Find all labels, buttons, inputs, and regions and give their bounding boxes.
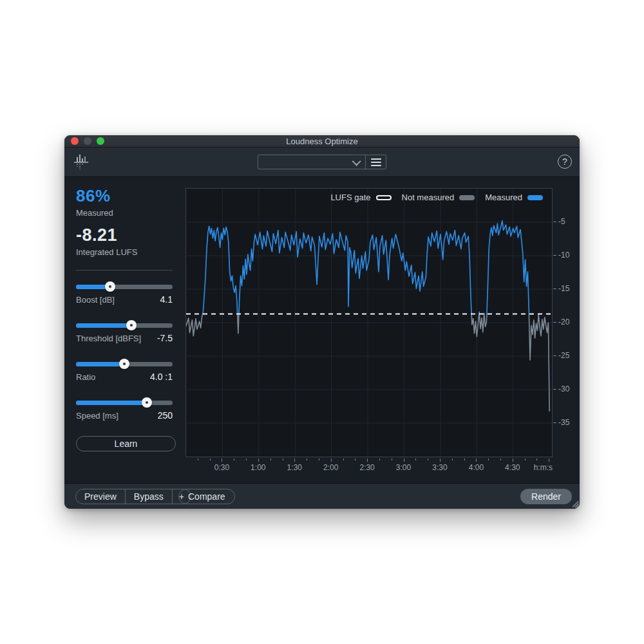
preset-dropdown[interactable] [258, 155, 365, 169]
x-tick [476, 459, 477, 462]
preset-control [258, 155, 386, 169]
legend-measured: Measured [485, 193, 543, 202]
speed-value: 250 [158, 410, 173, 421]
x-tick [392, 459, 392, 460]
x-tick-label: 0:30 [214, 463, 229, 472]
render-button[interactable]: Render [520, 489, 572, 504]
x-tick [234, 459, 234, 460]
x-tick [367, 459, 368, 462]
x-tick [488, 459, 489, 460]
boost-value: 4.1 [160, 294, 173, 305]
x-tick [513, 459, 513, 462]
zoom-button[interactable] [97, 137, 104, 145]
slider-thumb[interactable] [142, 397, 152, 408]
threshold-label: Threshold [dBFS] [76, 334, 141, 343]
preset-menu-button[interactable] [365, 155, 386, 169]
x-tick [500, 459, 501, 460]
x-tick [198, 459, 198, 460]
y-axis-labels: -5-10-15-20-25-30-35 [553, 188, 575, 457]
window-body: 86% Measured -8.21 Integrated LUFS Boost… [64, 177, 580, 483]
slider-thumb[interactable] [105, 281, 115, 292]
x-tick [222, 459, 222, 462]
footer-bar: Preview Bypass + Compare Render [64, 483, 580, 509]
x-tick-label: 2:30 [359, 463, 374, 472]
loudness-plot: LUFS gate Not measured Measured [185, 188, 553, 457]
x-tick-label: 3:30 [432, 463, 447, 472]
chart-area: LUFS gate Not measured Measured -5 [185, 188, 574, 475]
close-button[interactable] [71, 137, 79, 145]
help-button[interactable]: ? [558, 155, 572, 169]
slider-stack: Boost [dB] 4.1 Threshold [dBFS] -7.5 [76, 281, 173, 421]
x-tick [452, 459, 453, 460]
legend-lufs-gate: LUFS gate [330, 193, 391, 202]
lufs-gate-swatch [376, 195, 392, 200]
sidebar: 86% Measured -8.21 Integrated LUFS Boost… [64, 177, 180, 483]
header-bar: ? [64, 147, 580, 177]
x-tick [415, 459, 416, 460]
x-tick-label: 4:00 [469, 463, 484, 472]
speed-label: Speed [ms] [76, 411, 118, 421]
boost-slider-group: Boost [dB] 4.1 [76, 281, 173, 305]
x-tick [331, 459, 332, 462]
x-tick [464, 459, 465, 460]
integrated-lufs-value: -8.21 [76, 225, 173, 245]
x-tick [210, 459, 211, 460]
loudness-waveform [186, 189, 552, 457]
desktop-background: Loudness Optimize [0, 0, 644, 644]
window-title: Loudness Optimize [286, 137, 357, 146]
preview-bypass-group: Preview Bypass + [75, 489, 191, 504]
x-tick [319, 459, 319, 460]
minimize-button[interactable] [84, 137, 91, 145]
x-tick [343, 459, 344, 460]
x-tick [355, 459, 355, 460]
threshold-value: -7.5 [157, 333, 173, 343]
ratio-slider[interactable] [76, 359, 173, 369]
x-tick-label: 1:30 [287, 463, 302, 472]
y-tick: -20 [553, 317, 569, 327]
y-tick: -10 [553, 251, 569, 260]
integrated-lufs-label: Integrated LUFS [76, 247, 173, 257]
slider-thumb[interactable] [119, 359, 129, 369]
measured-percent-label: Measured [76, 208, 173, 218]
x-tick [549, 459, 549, 462]
resize-grip[interactable] [571, 500, 578, 507]
x-axis-labels: 0:301:001:302:002:303:003:304:004:30h:m:… [185, 458, 553, 473]
threshold-slider[interactable] [76, 320, 173, 330]
chart-legend: LUFS gate Not measured Measured [330, 193, 543, 202]
x-tick [307, 459, 307, 460]
legend-not-measured: Not measured [402, 193, 475, 202]
not-measured-swatch [459, 195, 475, 200]
slider-thumb[interactable] [126, 320, 137, 330]
preview-button[interactable]: Preview [76, 489, 125, 504]
slider-fill [76, 362, 124, 366]
x-tick [258, 459, 259, 462]
speed-slider-group: Speed [ms] 250 [76, 397, 173, 421]
boost-slider[interactable] [76, 281, 173, 292]
y-tick: -5 [553, 217, 565, 226]
ratio-value: 4.0 :1 [150, 372, 173, 382]
boost-label: Boost [dB] [76, 295, 115, 305]
ratio-slider-group: Ratio 4.0 :1 [76, 359, 173, 382]
learn-button[interactable]: Learn [76, 436, 176, 451]
x-tick [270, 459, 271, 460]
x-tick [428, 459, 428, 460]
traffic-lights [71, 137, 104, 145]
y-tick: -30 [553, 384, 569, 393]
bypass-button[interactable]: Bypass [125, 489, 172, 504]
threshold-slider-group: Threshold [dBFS] -7.5 [76, 320, 173, 343]
measured-percent-value: 86% [76, 186, 173, 206]
chevron-down-icon [352, 156, 361, 166]
hamburger-icon [371, 158, 381, 160]
question-mark-icon: ? [562, 156, 567, 167]
x-tick-label: 1:00 [251, 463, 265, 472]
y-tick: -25 [553, 351, 569, 360]
x-tick [536, 459, 537, 460]
x-tick [246, 459, 247, 460]
speed-slider[interactable] [76, 397, 173, 408]
x-tick [440, 459, 440, 462]
slider-fill [76, 401, 147, 405]
compare-button[interactable]: Compare [178, 489, 235, 504]
x-tick [294, 459, 295, 462]
loudness-optimize-module-icon [72, 153, 90, 171]
ratio-label: Ratio [76, 372, 95, 382]
